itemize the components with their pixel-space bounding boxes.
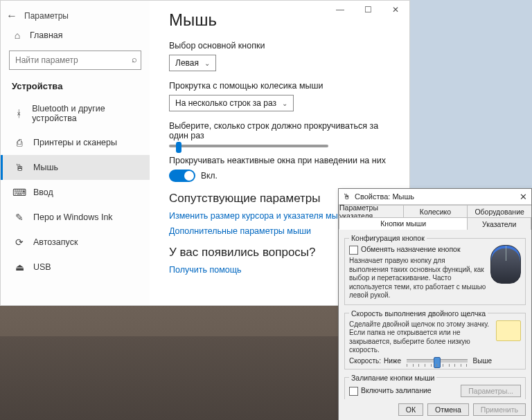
sidebar-item-label: USB <box>33 262 51 272</box>
search-wrap: ⌕ <box>9 51 141 70</box>
search-input[interactable] <box>9 51 141 70</box>
dialog-buttons: ОК Отмена Применить <box>339 399 531 420</box>
sidebar-item-printers[interactable]: ⎙ Принтеры и сканеры <box>1 130 150 155</box>
dialog-tabs: Параметры указателя Колесико Оборудовани… <box>339 205 531 230</box>
group-clicklock: Залипание кнопки мыши Включить залипание… <box>344 374 526 400</box>
mouse-icon: 🖱 <box>14 162 25 173</box>
group-doubleclick-legend: Скорость выполнения двойного щелчка <box>349 309 488 318</box>
close-button[interactable]: ✕ <box>520 192 527 202</box>
doubleclick-slider[interactable] <box>407 359 468 363</box>
tab-buttons[interactable]: Кнопки мыши <box>339 217 467 230</box>
home-row[interactable]: ⌂ Главная <box>1 26 150 45</box>
tab-hardware[interactable]: Оборудование <box>467 205 531 217</box>
clicklock-params-button: Параметры... <box>461 385 521 397</box>
dialog-body: Конфигурация кнопок Обменять назначение … <box>339 230 531 399</box>
maximize-button[interactable]: ☐ <box>354 1 382 19</box>
home-icon: ⌂ <box>12 30 23 41</box>
keyboard-icon: ⌨ <box>14 187 25 198</box>
sidebar-item-bluetooth[interactable]: ᚼ Bluetooth и другие устройства <box>1 97 150 130</box>
close-button[interactable]: ✕ <box>382 1 409 19</box>
checkbox-clicklock[interactable]: Включить залипание <box>349 386 432 396</box>
bluetooth-icon: ᚼ <box>14 108 24 119</box>
printer-icon: ⎙ <box>14 137 25 148</box>
folder-test-icon[interactable] <box>496 320 521 341</box>
sidebar-item-autoplay[interactable]: ⟳ Автозапуск <box>1 230 150 255</box>
sidebar-item-label: Bluetooth и другие устройства <box>32 104 139 123</box>
inactive-scroll-toggle[interactable] <box>169 170 195 182</box>
toggle-knob <box>184 171 194 181</box>
group-doubleclick-speed: Скорость выполнения двойного щелчка Сдел… <box>344 309 526 369</box>
sidebar-item-usb[interactable]: ⏏ USB <box>1 255 150 280</box>
speed-fast-label: Выше <box>473 357 492 365</box>
primary-button-label: Выбор основной кнопки <box>169 41 394 51</box>
sidebar-item-label: Перо и Windows Ink <box>33 212 113 222</box>
category-heading: Устройства <box>1 78 150 97</box>
mouse-icon: 🖱 <box>343 192 351 201</box>
sidebar-item-mouse[interactable]: 🖱 Мышь <box>1 155 150 180</box>
tab-pointer-options[interactable]: Параметры указателя <box>339 205 403 217</box>
sidebar-item-typing[interactable]: ⌨ Ввод <box>1 180 150 205</box>
swap-buttons-desc: Назначает правую кнопку для выполнения т… <box>349 257 486 300</box>
primary-button-value: Левая <box>175 58 199 68</box>
checkbox-box <box>349 387 358 396</box>
window-controls: — ☐ ✕ <box>326 1 409 19</box>
chevron-down-icon: ⌄ <box>282 100 287 107</box>
lines-slider[interactable] <box>169 145 328 147</box>
autoplay-icon: ⟳ <box>14 237 25 248</box>
inactive-scroll-toggle-row: Вкл. <box>169 170 394 182</box>
back-icon[interactable]: ← <box>6 10 17 21</box>
speed-label: Скорость: <box>349 357 381 365</box>
sidebar-item-label: Автозапуск <box>33 237 78 247</box>
group-clicklock-legend: Залипание кнопки мыши <box>349 374 436 382</box>
sidebar-item-label: Принтеры и сканеры <box>33 138 117 147</box>
doubleclick-speed-row: Скорость: Ниже Выше <box>349 357 492 365</box>
minimize-button[interactable]: — <box>326 1 354 19</box>
tab-pointers[interactable]: Указатели <box>467 217 531 230</box>
pen-icon: ✎ <box>14 212 25 223</box>
lines-per-scroll-label: Выберите, сколько строк должно прокручив… <box>169 121 394 140</box>
checkbox-swap-label: Обменять назначение кнопок <box>361 245 461 253</box>
window-title: Параметры <box>24 11 69 21</box>
usb-icon: ⏏ <box>14 262 25 273</box>
checkbox-box <box>349 246 358 255</box>
inactive-scroll-label: Прокручивать неактивные окна при наведен… <box>169 156 394 165</box>
speed-slow-label: Ниже <box>384 357 401 365</box>
home-label: Главная <box>30 30 63 40</box>
doubleclick-desc: Сделайте двойной щелчок по этому значку.… <box>349 320 492 355</box>
tab-wheel[interactable]: Колесико <box>403 205 468 217</box>
checkbox-swap-buttons[interactable]: Обменять назначение кнопок <box>349 245 486 255</box>
primary-button-dropdown[interactable]: Левая ⌄ <box>169 55 216 71</box>
apply-button[interactable]: Применить <box>473 403 526 416</box>
mouse-properties-dialog: 🖱 Свойства: Мышь ✕ Параметры указателя К… <box>338 188 532 420</box>
settings-sidebar: ← Параметры ⌂ Главная ⌕ Устройства ᚼ Blu… <box>1 1 150 305</box>
sidebar-item-label: Ввод <box>33 188 53 197</box>
lines-slider-thumb[interactable] <box>176 142 181 153</box>
mouse-image <box>490 245 521 284</box>
toggle-state-label: Вкл. <box>201 171 218 181</box>
settings-titlebar: ← Параметры <box>1 6 150 26</box>
wheel-scroll-value: На несколько строк за раз <box>175 98 276 108</box>
dialog-title: Свойства: Мышь <box>355 192 414 201</box>
wheel-scroll-label: Прокрутка с помощью колесика мыши <box>169 81 394 91</box>
chevron-down-icon: ⌄ <box>204 60 210 67</box>
search-icon: ⌕ <box>132 54 137 64</box>
sidebar-item-label: Мышь <box>33 163 58 172</box>
group-button-config: Конфигурация кнопок Обменять назначение … <box>344 234 526 305</box>
sidebar-item-pen[interactable]: ✎ Перо и Windows Ink <box>1 205 150 230</box>
checkbox-clicklock-label: Включить залипание <box>361 386 432 394</box>
wheel-scroll-dropdown[interactable]: На несколько строк за раз ⌄ <box>169 95 294 111</box>
cancel-button[interactable]: Отмена <box>427 403 469 416</box>
ok-button[interactable]: ОК <box>398 403 423 416</box>
desktop-background: ← Параметры ⌂ Главная ⌕ Устройства ᚼ Blu… <box>0 0 532 420</box>
group-button-config-legend: Конфигурация кнопок <box>349 234 427 242</box>
